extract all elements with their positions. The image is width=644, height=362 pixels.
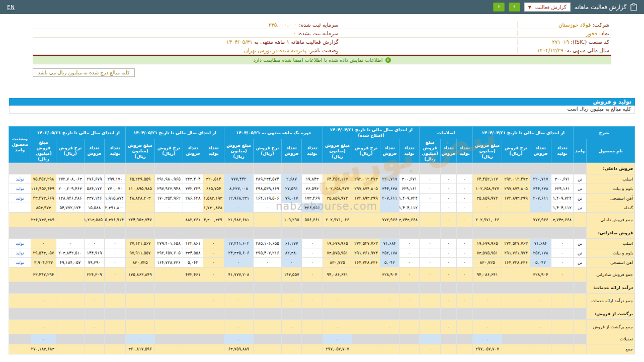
cell	[502, 282, 530, 294]
cell: ۵۵۶,۶۶۱	[302, 213, 323, 227]
cell: ۱۶۴,۷۲۸,۳۳۶	[502, 258, 530, 267]
cell: ۰	[551, 239, 574, 248]
cell	[56, 267, 84, 282]
cell: تولید	[9, 248, 31, 258]
cell	[302, 163, 323, 174]
column-header: مبلغ فروش (میلیون ریال)	[31, 139, 56, 163]
cell: ۰	[551, 267, 574, 282]
cell: ۰	[420, 213, 441, 227]
cell	[154, 267, 183, 282]
cell	[502, 227, 530, 239]
language-toggle-link[interactable]: EN	[7, 5, 15, 10]
cell: ۰	[84, 239, 104, 248]
cell: ۲۷۲,۷۰۸,۰۶۳	[56, 174, 84, 184]
cell: ۰	[420, 248, 441, 258]
page-title: گزارش فعالیت ماهانه	[575, 4, 626, 11]
cell: ۰	[31, 239, 56, 248]
cell: ۰	[420, 194, 441, 203]
cell	[352, 163, 380, 174]
cell: ۷۱,۶۸۴	[380, 239, 399, 248]
cell: ۲۹۲,۰۱۲,۴۷۳	[502, 174, 530, 184]
cell: ۰	[473, 334, 502, 344]
cell	[183, 344, 203, 354]
report-type-dropdown-value: گزارش فعالیت	[535, 5, 567, 10]
cell	[9, 294, 31, 308]
column-header: تعداد فروش	[183, 139, 203, 163]
cell	[31, 308, 56, 320]
cell: ۰	[441, 248, 457, 258]
cell	[282, 308, 302, 320]
cell: ۷۵,۴۵۲,۲۹۸	[31, 174, 56, 184]
table-row: اسلبتن۳۰۰,۶۷۱۲۲۰,۷۱۷۲۹۲,۰۱۲,۴۷۳۶۴,۴۵۲,۱۱…	[9, 174, 634, 184]
cell: ۲۹۷,۰۵۷,۷۰۷	[323, 344, 352, 354]
cell	[9, 213, 31, 227]
cell: ۱,۷۳۰,۸۶۸	[203, 203, 224, 213]
cell	[104, 308, 125, 320]
company-info-panel: شرکت: فولاد خوزستانسرمایه ثبت شده: ۲۳۵,۰…	[33, 21, 611, 56]
cell: ۰	[302, 267, 323, 282]
cell	[574, 320, 587, 334]
cell	[282, 334, 302, 344]
cell: ۲۹,۵۴۳,۰۵۷	[31, 248, 56, 258]
cell: ۰	[302, 239, 323, 248]
info-row: نماد: فخوزسرمایه ثبت نشده: ۰	[33, 29, 611, 38]
cell	[457, 308, 473, 320]
cell: ۰	[502, 203, 530, 213]
previous-report-button[interactable]: ‹	[493, 3, 505, 12]
cell	[302, 344, 323, 354]
cell	[551, 163, 574, 174]
cell: ۱,۲۱۳,۵۸۵	[84, 213, 104, 227]
cell: ۰	[380, 203, 399, 213]
cell: تولید	[9, 174, 31, 184]
cell: ۱۳۲,۸۶۱	[183, 239, 203, 248]
cell: ۵۸۴,۱۷۲	[84, 184, 104, 194]
table-row: اسلبتن۰۷۱,۶۸۴۲۷۴,۵۲۷,۷۶۳۱۹,۶۷۹,۹۶۵۰۰۰۰۷۱…	[9, 239, 634, 248]
cell	[104, 163, 125, 174]
cell	[380, 308, 399, 320]
cell	[530, 282, 551, 294]
cell: ۰	[282, 320, 302, 334]
cell: ۰	[302, 294, 323, 308]
cell	[254, 294, 282, 308]
cell: ۸,۲۳۷,۰۰۸	[224, 184, 253, 194]
cell: ۷۹,۳۹۰	[84, 258, 104, 267]
cell: ۲۸۶,۶۲۸	[183, 194, 203, 203]
cell: ۲۸۹,۲۳۴,۵۷۴	[254, 174, 282, 184]
cell: ۰	[203, 267, 224, 282]
cell	[323, 227, 352, 239]
report-type-dropdown[interactable]: گزارش فعالیت ▼	[524, 3, 571, 12]
cell: ۰	[183, 203, 203, 213]
cell	[502, 334, 530, 344]
cell	[224, 282, 253, 294]
row-label: گندله	[587, 203, 635, 213]
cell: ۰	[399, 239, 420, 248]
cell	[203, 320, 224, 334]
cell: ۲,۳۹۱,۸۰۰	[104, 203, 125, 213]
cell: تن	[574, 239, 587, 248]
cell: ۰	[254, 203, 282, 213]
table-row: جمع فروش داخلی۳,۷۴۳,۶۶۸۷۷۲,۹۶۶۲۰۲,۹۷۱,۰۶…	[9, 213, 634, 227]
next-report-button[interactable]: ›	[509, 3, 520, 12]
cell: ۱۷۳,۴۶۹	[302, 194, 323, 203]
cell	[457, 163, 473, 174]
cell: ۲۰۲,۹۷۱,۰۶۶	[323, 213, 352, 227]
info-label: کد صنعت (ISIC):	[569, 39, 609, 45]
cell: ۰	[441, 239, 457, 248]
cell	[9, 163, 31, 174]
cell: ۰	[441, 267, 457, 282]
cell: تن	[574, 248, 587, 258]
unit-note-box[interactable]: کلیه مبالغ درج شده به میلیون ریال می باش…	[33, 68, 135, 77]
cell: ۱۷۰,۳۵۴,۹۶۲	[154, 194, 183, 203]
cell	[441, 282, 457, 294]
cell	[224, 227, 253, 239]
cell: ۳۴۴,۶۳۸	[380, 184, 399, 194]
cell: ۸۵۳,۹۷۳	[31, 203, 56, 213]
cell	[56, 282, 84, 294]
cell	[574, 163, 587, 174]
cell	[56, 163, 84, 174]
info-value: فولاد خوزستان	[558, 22, 591, 28]
cell: ۳۶۰,۸۱۷,۵۹۶	[125, 344, 154, 354]
info-cell: شرکت: فولاد خوزستان	[517, 22, 611, 28]
info-icon: i	[385, 57, 391, 63]
cell	[9, 282, 31, 294]
